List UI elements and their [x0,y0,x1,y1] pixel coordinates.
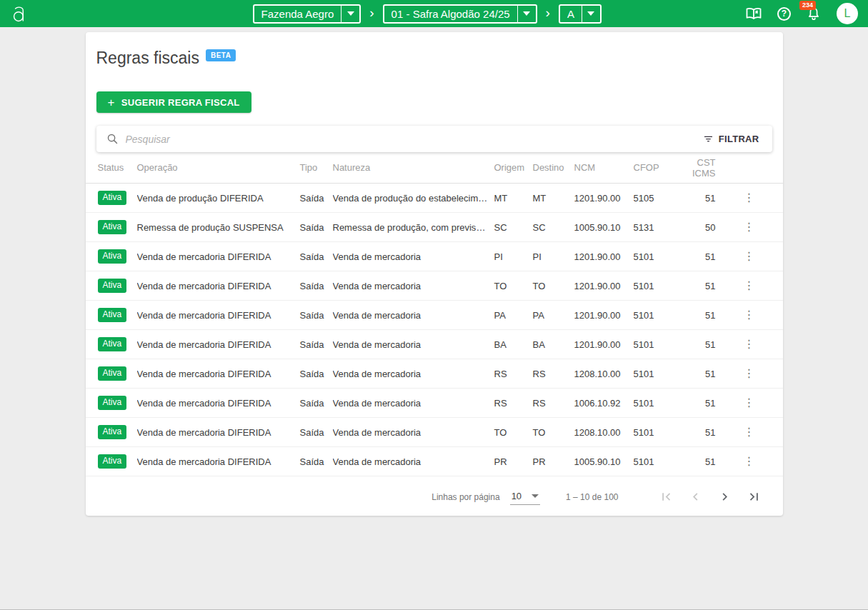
notifications-button[interactable]: 234 [806,6,822,21]
cell-operacao: Venda de mercadoria DIFERIDA [137,281,300,291]
cell-ncm: 1006.10.92 [574,398,634,409]
cell-ncm: 1005.90.10 [574,456,634,467]
field-selector-label: A [560,8,582,20]
farm-selector-caret[interactable] [341,6,359,22]
cell-tipo: Saída [300,193,333,204]
row-menu-kebab-icon[interactable]: ⋮ [739,365,759,382]
row-menu-kebab-icon[interactable]: ⋮ [739,394,759,411]
row-menu-kebab-icon[interactable]: ⋮ [739,219,759,236]
cell-tipo: Saída [300,251,333,262]
notification-count-badge: 234 [799,1,816,10]
cell-cfop: 5101 [634,251,677,262]
first-page-button[interactable] [656,486,677,507]
next-page-button[interactable] [714,486,735,507]
cell-tipo: Saída [300,398,333,409]
cell-cfop: 5101 [634,310,677,321]
filter-button-label: FILTRAR [719,134,759,144]
cell-operacao: Venda de mercadoria DIFERIDA [137,427,300,438]
cell-cst-icms: 51 [677,398,716,409]
page-title: Regras fiscais [96,49,199,68]
cell-destino: RS [533,369,574,379]
help-button[interactable]: ? [777,7,791,21]
cell-tipo: Saída [300,339,333,350]
avatar[interactable]: L [837,3,858,24]
farm-selector[interactable]: Fazenda Aegro [253,4,361,24]
farm-selector-label: Fazenda Aegro [254,8,341,20]
table-row[interactable]: Ativa Venda de mercadoria DIFERIDA Saída… [86,389,783,418]
table-row[interactable]: Ativa Venda de mercadoria DIFERIDA Saída… [86,271,783,301]
previous-page-button[interactable] [685,486,706,507]
cell-ncm: 1208.10.00 [574,369,634,379]
cell-ncm: 1201.90.00 [574,310,634,321]
cell-tipo: Saída [300,281,333,291]
field-selector[interactable]: A [559,4,602,24]
cell-cfop: 5101 [634,398,677,409]
table-row[interactable]: Ativa Venda de mercadoria DIFERIDA Saída… [86,242,783,271]
cell-origem: BA [494,339,533,350]
search-input[interactable] [126,134,700,145]
cell-destino: MT [533,193,574,204]
column-header-destino: Destino [533,162,574,173]
search-bar: FILTRAR [96,126,772,152]
status-badge: Ativa [98,396,127,410]
status-badge: Ativa [98,366,127,381]
row-menu-kebab-icon[interactable]: ⋮ [739,248,759,265]
cell-tipo: Saída [300,456,333,467]
row-menu-kebab-icon[interactable]: ⋮ [739,336,759,353]
cell-ncm: 1208.10.00 [574,427,634,438]
top-bar: Fazenda Aegro › 01 - Safra Algodão 24/25… [0,0,868,27]
cell-origem: TO [494,427,533,438]
rows-per-page-select[interactable]: 10 [510,489,540,505]
chevron-down-icon [347,11,354,16]
filter-button[interactable]: FILTRAR [700,129,762,149]
cell-destino: TO [533,281,574,291]
suggest-fiscal-rule-button[interactable]: + SUGERIR REGRA FISCAL [96,91,251,113]
cell-operacao: Venda de mercadoria DIFERIDA [137,456,300,467]
cell-destino: BA [533,339,574,350]
table-row[interactable]: Ativa Venda de mercadoria DIFERIDA Saída… [86,447,783,476]
cell-operacao: Venda de mercadoria DIFERIDA [137,310,300,321]
cell-cst-icms: 51 [677,251,716,262]
table-row[interactable]: Ativa Venda de mercadoria DIFERIDA Saída… [86,418,783,447]
table-row[interactable]: Ativa Remessa de produção SUSPENSA Saída… [86,213,783,242]
pagination-range: 1 – 10 de 100 [566,492,618,502]
row-menu-kebab-icon[interactable]: ⋮ [739,424,759,441]
aegro-logo[interactable] [10,4,39,24]
cell-natureza: Venda de mercadoria [333,398,494,409]
breadcrumb: Fazenda Aegro › 01 - Safra Algodão 24/25… [253,4,602,24]
status-badge: Ativa [98,191,127,205]
status-badge: Ativa [98,279,127,293]
season-selector-caret[interactable] [517,6,536,22]
cell-natureza: Remessa de produção, com previsão aju... [333,222,494,233]
row-menu-kebab-icon[interactable]: ⋮ [739,306,759,324]
cell-cfop: 5101 [634,339,677,350]
last-page-icon [747,489,762,504]
cell-cfop: 5101 [634,456,677,467]
last-page-button[interactable] [744,486,764,507]
column-header-natureza: Natureza [333,162,494,173]
table-row[interactable]: Ativa Venda de produção DIFERIDA Saída V… [86,184,783,213]
cell-ncm: 1201.90.00 [574,339,634,350]
row-menu-kebab-icon[interactable]: ⋮ [739,189,759,206]
cell-ncm: 1201.90.00 [574,193,634,204]
row-menu-kebab-icon[interactable]: ⋮ [739,277,759,294]
field-selector-caret[interactable] [582,6,600,22]
cell-cst-icms: 51 [677,369,716,379]
breadcrumb-separator: › [369,6,374,21]
column-header-cfop: CFOP [634,162,677,173]
knowledge-base-button[interactable] [745,5,762,22]
topbar-actions: ? 234 L [745,3,858,24]
season-selector[interactable]: 01 - Safra Algodão 24/25 [383,4,537,24]
cell-operacao: Venda de mercadoria DIFERIDA [137,369,300,379]
status-badge: Ativa [98,220,127,234]
chevron-left-icon [688,489,703,504]
row-menu-kebab-icon[interactable]: ⋮ [739,453,759,470]
table-row[interactable]: Ativa Venda de mercadoria DIFERIDA Saída… [86,330,783,359]
table-row[interactable]: Ativa Venda de mercadoria DIFERIDA Saída… [86,359,783,389]
fiscal-rules-table: Status Operação Tipo Natureza Origem Des… [86,152,783,476]
rows-per-page-value: 10 [512,491,522,501]
column-header-operacao: Operação [137,162,300,173]
table-row[interactable]: Ativa Venda de mercadoria DIFERIDA Saída… [86,301,783,330]
status-badge: Ativa [98,308,127,322]
cell-cst-icms: 51 [677,456,716,467]
